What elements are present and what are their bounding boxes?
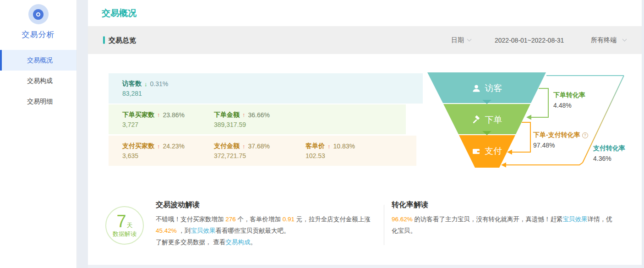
up-arrow-icon: ↑ — [327, 143, 331, 150]
highlight-number: 0.91 — [283, 216, 295, 223]
sidebar-header: 交易分析 — [0, 0, 76, 40]
pay-conversion-rate: 支付转化率 4.36% — [593, 144, 625, 162]
insight-title: 转化率解读 — [392, 200, 612, 210]
metric-order-buyers: 下单买家数 ↑ 23.86% 3,727 — [122, 111, 214, 128]
terminal-dropdown[interactable]: 所有终端 — [591, 36, 626, 44]
sidebar-nav: 交易概况 交易构成 交易明细 — [0, 50, 76, 112]
sidebar: 交易分析 交易概况 交易构成 交易明细 — [0, 0, 77, 268]
funnel-stage-label: 访客 — [485, 82, 502, 94]
metric-change-pct: 23.86% — [163, 111, 185, 119]
insight-text: 96.62% 的访客看了主力宝贝，没有转化就离开，真遗憾！赶紧宝贝效果详情，优化… — [392, 213, 612, 236]
metric-change-pct: 37.68% — [248, 142, 270, 150]
highlight-number: 96.62% — [392, 216, 413, 223]
page: 交易分析 交易概况 交易构成 交易明细 交易概况 交易总览 日期 2022-08… — [0, 0, 644, 268]
funnel-stage-label: 下单 — [485, 114, 502, 126]
metric-change-pct: 10.83% — [333, 142, 355, 150]
seven-day-badge: 7 天 数据解读 — [105, 206, 144, 245]
gavel-icon — [472, 115, 481, 125]
up-arrow-icon: ↑ — [157, 111, 160, 118]
help-icon[interactable]: ? — [582, 132, 588, 138]
metric-label: 访客数 — [122, 80, 142, 88]
app-title: 交易分析 — [0, 29, 76, 40]
up-arrow-icon: ↑ — [157, 143, 160, 150]
metric-label: 下单金额 — [214, 111, 240, 119]
section-title-text: 交易总览 — [109, 36, 136, 44]
metric-pay-buyers: 支付买家数 ↑ 24.23% 3,635 — [122, 142, 214, 159]
metric-value: 3,727 — [122, 121, 214, 128]
metric-order-amount: 下单金额 ↑ 36.66% 389,317.59 — [214, 111, 306, 128]
metric-change-pct: 24.23% — [163, 142, 185, 150]
metric-visitor-count: 访客数 ↓ 0.31% 83,281 — [122, 80, 214, 97]
conversion-rate-insight: 转化率解读 96.62% 的访客看了主力宝贝，没有转化就离开，真遗憾！赶紧宝贝效… — [392, 200, 612, 236]
metric-value: 102.53 — [306, 152, 397, 159]
item-effect-link[interactable]: 宝贝效果 — [191, 227, 216, 234]
up-arrow-icon: ↑ — [242, 111, 246, 118]
conversion-value: 4.48% — [553, 102, 585, 109]
metric-row-payments: 支付买家数 ↑ 24.23% 3,635 支付金额 ↑ 37.68% 372,7… — [109, 136, 416, 166]
text-run: ，到 — [177, 227, 191, 234]
chevron-down-icon — [467, 37, 472, 41]
text-run: 了解更多交易数据， 查看 — [156, 239, 225, 246]
text-run: 元，拉升全店支付金额上涨 — [295, 216, 371, 223]
sidebar-item-trade-overview[interactable]: 交易概况 — [0, 50, 76, 71]
badge-unit: 天 — [127, 221, 133, 230]
main-panel: 交易概况 交易总览 日期 2022-08-01~2022-08-31 所有终端 … — [88, 0, 642, 265]
metric-row-orders: 下单买家数 ↑ 23.86% 3,727 下单金额 ↑ 36.66% 389,3… — [109, 104, 406, 134]
badge-caption: 数据解读 — [113, 230, 136, 238]
transaction-analysis-icon — [28, 4, 49, 24]
conversion-label: 支付转化率 — [593, 144, 625, 153]
metric-avg-order-value: 客单价 ↑ 10.83% 102.53 — [306, 142, 397, 159]
badge-number: 7 — [116, 213, 126, 230]
metric-row-visitors: 访客数 ↓ 0.31% 83,281 — [109, 73, 423, 104]
item-effect-link[interactable]: 宝贝效果 — [563, 216, 588, 223]
conversion-value: 4.36% — [593, 155, 625, 162]
text-run: 的访客看了主力宝贝，没有转化就离开，真遗憾！赶紧 — [413, 216, 563, 223]
insight-text: 了解更多交易数据， 查看交易构成。 — [156, 236, 387, 248]
transaction-analysis-icon-ring — [36, 12, 40, 16]
text-run: 看看哪些宝贝贡献最大吧。 — [216, 227, 290, 234]
transaction-analysis-icon-inner — [33, 9, 44, 20]
trade-fluctuation-insight: 交易波动解读 不错哦！支付买家数增加 276 个，客单价增加 0.91 元，拉升… — [156, 200, 387, 248]
vertical-divider — [384, 205, 384, 245]
date-range-picker[interactable]: 2022-08-01~2022-08-31 — [495, 37, 564, 44]
terminal-label: 所有终端 — [591, 36, 617, 44]
metric-label: 支付买家数 — [122, 142, 154, 150]
metric-change-pct: 0.31% — [150, 80, 169, 88]
metric-label: 支付金额 — [214, 142, 240, 150]
metric-value: 372,721.75 — [214, 152, 306, 159]
text-run: 。 — [250, 239, 257, 246]
metric-value: 3,635 — [122, 152, 214, 159]
text-run: 个，客单价增加 — [236, 216, 283, 223]
sidebar-item-trade-detail[interactable]: 交易明细 — [0, 91, 76, 112]
trade-composition-link[interactable]: 交易构成 — [225, 239, 250, 246]
metric-change-pct: 36.66% — [248, 111, 270, 119]
order-pay-conversion-rate: 下单-支付转化率? 97.48% — [533, 131, 588, 149]
page-title: 交易概况 — [102, 7, 642, 19]
highlight-number: 276 — [225, 216, 236, 223]
section-title: 交易总览 — [103, 36, 136, 44]
date-dimension-dropdown[interactable]: 日期 — [451, 36, 471, 44]
badge-days: 7 天 — [116, 213, 132, 230]
sidebar-item-trade-composition[interactable]: 交易构成 — [0, 71, 76, 91]
conversion-value: 97.48% — [533, 142, 588, 149]
metric-label: 客单价 — [306, 142, 325, 150]
funnel-stage-label: 支付 — [485, 145, 502, 157]
metric-pay-amount: 支付金额 ↑ 37.68% 372,721.75 — [214, 142, 306, 159]
scrollbar[interactable] — [642, 0, 644, 268]
text-run: 不错哦！支付买家数增加 — [156, 216, 225, 223]
arrow-left-icon — [501, 163, 506, 168]
order-conversion-rate: 下单转化率 4.48% — [553, 91, 585, 109]
insight-text: 不错哦！支付买家数增加 276 个，客单价增加 0.91 元，拉升全店支付金额上… — [156, 213, 387, 236]
up-arrow-icon: ↑ — [242, 143, 246, 150]
highlight-number: 45.42% — [156, 227, 177, 234]
wallet-icon — [472, 147, 480, 156]
metric-value: 83,281 — [122, 90, 214, 97]
funnel-stage-visitor: 访客 — [438, 82, 535, 95]
chevron-down-icon — [622, 37, 627, 41]
section-marker — [103, 37, 105, 44]
gutter — [77, 0, 88, 268]
funnel-stage-pay: 支付 — [438, 145, 535, 158]
insight-title: 交易波动解读 — [156, 200, 387, 210]
funnel-stage-order: 下单 — [438, 114, 535, 126]
metric-label: 下单买家数 — [122, 111, 154, 119]
